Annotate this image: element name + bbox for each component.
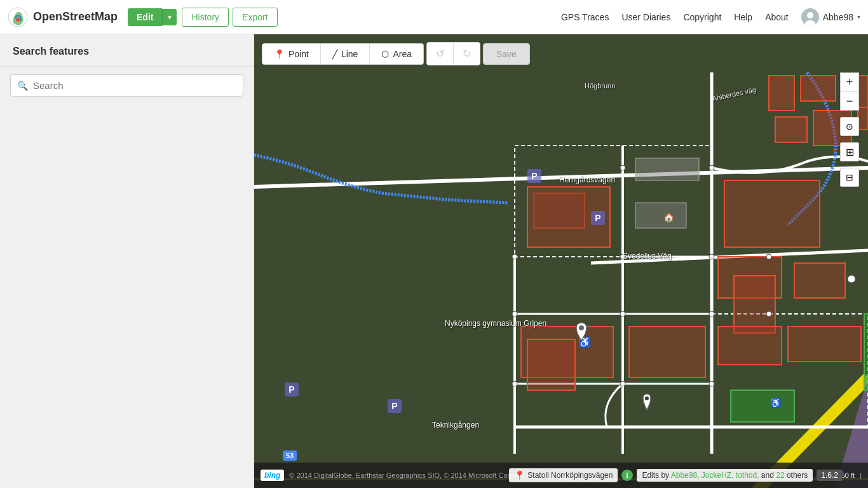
svg-point-80	[512, 311, 517, 316]
route-marker-53a: 53	[283, 451, 297, 461]
map-container[interactable]: ♿ ♿ ♿ 🏠 P 📍	[254, 34, 868, 488]
svg-rect-49	[534, 193, 585, 228]
svg-text:🏠: 🏠	[663, 212, 675, 223]
logo-text: OpenStreetMap	[33, 10, 118, 24]
svg-text:P: P	[645, 396, 649, 402]
edits-user-link[interactable]: Abbe98, JockeHZ, tothod,	[671, 471, 759, 480]
svg-point-83	[512, 381, 517, 386]
point-tool-button[interactable]: 📍 Point	[262, 44, 321, 64]
svg-point-87	[766, 311, 771, 316]
area-tool-button[interactable]: ⬡ Area	[370, 44, 423, 64]
svg-rect-25	[775, 117, 807, 142]
compass-button[interactable]: ⊙	[840, 117, 859, 136]
svg-rect-58	[718, 327, 782, 365]
svg-point-79	[709, 254, 714, 259]
sidebar-header: Search features	[0, 34, 254, 67]
edits-text: Edits by	[642, 471, 669, 480]
zoom-out-button[interactable]: −	[840, 92, 859, 111]
svg-point-75	[620, 165, 625, 170]
svg-rect-72	[527, 339, 575, 390]
edit-button[interactable]: Edit	[128, 8, 162, 26]
zoom-controls: + −	[840, 72, 859, 111]
location-pin-icon: 📍	[514, 470, 525, 480]
search-icon: 🔍	[17, 81, 28, 91]
issue-icon[interactable]: ℹ	[621, 470, 633, 481]
svg-rect-52	[724, 180, 820, 247]
navbar: OpenStreetMap Edit ▾ History Export GPS …	[0, 0, 868, 34]
location-display: 📍 Statoll Norrköpingsvägen	[509, 468, 618, 482]
zoom-in-button[interactable]: +	[840, 72, 859, 92]
main-area: Search features 🔍	[0, 34, 868, 488]
svg-point-81	[620, 311, 625, 316]
point-icon: 📍	[274, 49, 285, 59]
svg-rect-51	[635, 203, 686, 228]
svg-rect-50	[635, 158, 699, 180]
history-button[interactable]: History	[182, 8, 229, 27]
layers-button[interactable]: ⊞	[840, 142, 859, 161]
svg-point-86	[766, 254, 771, 259]
nav-link-gps-traces[interactable]: GPS Traces	[561, 12, 609, 22]
area-icon: ⬡	[381, 49, 389, 59]
data-icon: ⊟	[846, 172, 853, 182]
nav-link-about[interactable]: About	[765, 12, 789, 22]
nav-link-help[interactable]: Help	[734, 12, 752, 22]
svg-rect-54	[734, 276, 775, 333]
edits-and: and	[761, 471, 774, 480]
nav-link-copyright[interactable]: Copyright	[683, 12, 721, 22]
save-button[interactable]: Save	[483, 43, 530, 65]
svg-rect-55	[794, 263, 845, 298]
location-text: Statoll Norrköpingsvägen	[527, 471, 613, 480]
line-label: Line	[341, 49, 358, 59]
svg-rect-23	[801, 76, 836, 101]
edits-count-link[interactable]: 22	[776, 471, 784, 480]
user-name: Abbe98	[823, 12, 853, 22]
avatar	[801, 8, 819, 26]
layers-icon: ⊞	[846, 146, 854, 158]
svg-rect-22	[769, 76, 794, 111]
svg-rect-20	[623, 257, 712, 314]
edits-others: others	[787, 471, 808, 480]
svg-point-1	[16, 18, 20, 22]
user-caret-icon: ▾	[857, 13, 860, 20]
svg-rect-73	[731, 390, 794, 422]
svg-point-77	[512, 254, 517, 259]
bing-logo: bing	[261, 470, 284, 481]
svg-rect-59	[788, 327, 861, 362]
scale-separator: |	[860, 471, 862, 479]
parking-marker-4: P	[388, 399, 402, 413]
point-label: Point	[288, 49, 309, 59]
line-icon: ╱	[332, 49, 337, 59]
nav-link-user-diaries[interactable]: User Diaries	[621, 12, 670, 22]
svg-rect-27	[858, 107, 868, 130]
redo-button[interactable]: ↻	[454, 43, 480, 65]
nav-right: GPS Traces User Diaries Copyright Help A…	[561, 8, 860, 26]
svg-point-85	[709, 381, 714, 386]
search-input[interactable]	[33, 80, 236, 91]
sidebar: Search features 🔍	[0, 34, 254, 488]
undo-button[interactable]: ↺	[427, 43, 454, 65]
version-badge: 1.6.2	[817, 470, 843, 481]
search-box: 🔍	[10, 74, 243, 97]
undo-redo-group: ↺ ↻	[426, 42, 480, 65]
svg-rect-74	[864, 314, 868, 390]
data-button[interactable]: ⊟	[840, 168, 859, 187]
search-area: 🔍	[0, 67, 254, 104]
line-tool-button[interactable]: ╱ Line	[321, 44, 370, 64]
edit-group: Edit ▾	[128, 8, 177, 26]
edits-bar: 📍 Statoll Norrköpingsvägen ℹ Edits by Ab…	[509, 463, 843, 488]
compass-icon: ⊙	[846, 121, 853, 132]
svg-point-3	[807, 12, 813, 18]
parking-marker-1: P	[527, 169, 541, 183]
export-button[interactable]: Export	[233, 8, 277, 27]
svg-point-84	[620, 381, 625, 386]
draw-tools-group: 📍 Point ╱ Line ⬡ Area	[262, 43, 424, 65]
area-label: Area	[393, 49, 412, 59]
parking-marker-3: P	[285, 383, 299, 396]
svg-point-76	[709, 165, 714, 170]
svg-point-93	[579, 325, 584, 330]
map-toolbar: 📍 Point ╱ Line ⬡ Area ↺ ↻ Save	[262, 42, 530, 65]
logo-area: OpenStreetMap	[8, 7, 118, 27]
parking-marker-2: P	[591, 211, 605, 225]
edit-dropdown-button[interactable]: ▾	[162, 9, 177, 25]
user-area[interactable]: Abbe98 ▾	[801, 8, 860, 26]
